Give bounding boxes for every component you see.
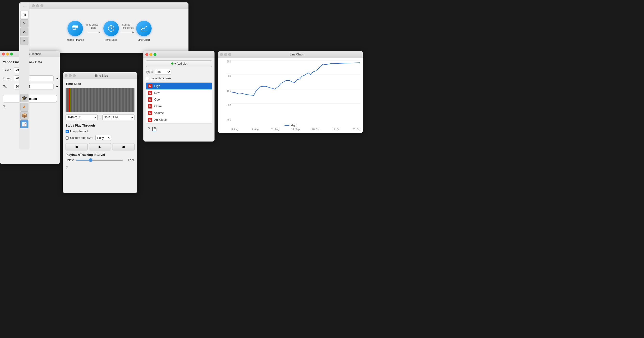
timeslice-window-title: Time Slice [67, 74, 136, 78]
lc-tl-3[interactable] [228, 53, 231, 56]
yahoo-help-icon[interactable]: ? [3, 105, 57, 109]
workflow-arrow-2: Subset → Time series ▶ [121, 23, 134, 34]
add-plot-label: + Add plot [174, 62, 188, 65]
svg-point-7 [111, 28, 112, 29]
field-item-close[interactable]: N Close [146, 103, 212, 110]
workflow-window: Yahoo Finance Time series → Data ▶ Time … [30, 2, 188, 53]
ticker-row: Ticker: AMZN [3, 67, 57, 73]
node-label-timeslice: Time Slice [105, 38, 117, 42]
sidebar-item-scatter[interactable]: ⁙ [20, 19, 28, 28]
lc-tl-1[interactable] [220, 53, 223, 56]
chart-svg [232, 60, 360, 118]
date-from-select[interactable]: 2015-07-24 [66, 114, 98, 120]
field-label-low: Low [154, 91, 160, 94]
timeslice-help-icon[interactable]: ? [66, 166, 134, 170]
yahoo-titlebar: Yahoo Finance [0, 51, 60, 58]
x-label-oct26: 26. Oct [352, 128, 360, 131]
field-label-volume: Volume [154, 112, 164, 115]
field-item-adjclose[interactable]: N Adj Close [146, 116, 212, 123]
playback-controls: ⏮ ▶ ⏭ [66, 143, 134, 150]
loop-row: Loop playback [66, 130, 134, 133]
from-calendar-icon[interactable]: ▼ [56, 76, 59, 80]
delay-slider[interactable] [76, 160, 123, 160]
date-to-select[interactable]: 2015-11-01 [102, 114, 134, 120]
plot-titlebar [144, 51, 214, 58]
x-label-sep14: 14. Sep [292, 128, 300, 131]
step-size-select[interactable]: 1 day 1 week 1 month [96, 135, 111, 141]
tl-close[interactable] [32, 4, 35, 7]
arrow-label-2: Subset → Time series [121, 23, 134, 30]
field-item-high[interactable]: N High [146, 83, 212, 90]
x-label-aug31: 31. Aug [271, 128, 279, 131]
sidebar-item-cube[interactable]: 📦 [20, 112, 28, 120]
add-icon: ✚ [171, 62, 174, 66]
linechart-title: Line Chart [232, 53, 361, 56]
node-circle-yahoo [68, 21, 83, 36]
sidebar-item-table[interactable]: ⊞ [20, 10, 28, 19]
x-label-aug3: 3. Aug [232, 128, 238, 131]
log-axis-label: Logarithmic axis [150, 77, 171, 80]
tl-min[interactable] [36, 4, 39, 7]
field-badge-volume: N [148, 111, 152, 115]
plot-tl-min[interactable] [150, 53, 152, 56]
x-label-oct12: 12. Oct [332, 128, 340, 131]
custom-step-checkbox[interactable] [66, 136, 69, 140]
sidebar-toggle[interactable]: ⋯ [23, 4, 26, 10]
sidebar-item-rules[interactable]: ❋ [20, 37, 28, 45]
x-label-aug17: 17. Aug [250, 128, 258, 131]
workflow-node-linechart[interactable]: Line Chart [136, 21, 152, 42]
linechart-titlebar: Line Chart [218, 51, 363, 58]
sidebar-item-network[interactable]: ⚙ [20, 28, 28, 36]
tl-max[interactable] [40, 4, 44, 7]
y-label-600: 600 [219, 75, 231, 78]
to-label: To: [3, 85, 12, 88]
field-label-high: High [154, 84, 160, 88]
y-label-550: 550 [219, 90, 231, 92]
chart-container: 650 600 550 500 450 3. Aug 17. Aug 31. A… [218, 58, 363, 133]
prev-button[interactable]: ⏮ [66, 143, 88, 150]
field-label-close: Close [154, 105, 162, 108]
step-play-title: Step / Play Through [66, 124, 134, 127]
field-list: N High N Low N Open N Close N Volume N A… [146, 82, 212, 124]
node-label-linechart: Line Chart [138, 38, 150, 42]
loop-label: Loop playback [70, 130, 89, 133]
sidebar-item-chart[interactable]: 📈 [20, 120, 28, 128]
ticker-label: Ticker: [3, 68, 12, 72]
node-circle-timeslice [104, 21, 119, 36]
plot-tl-max[interactable] [154, 53, 156, 56]
sidebar-item-amazon[interactable]: A [20, 103, 28, 111]
node-circle-linechart [136, 21, 152, 36]
plot-help-icon[interactable]: ? [148, 127, 150, 132]
field-item-open[interactable]: N Open [146, 96, 212, 103]
x-label-sep28: 28. Sep [312, 128, 320, 131]
y-label-650: 650 [219, 60, 231, 63]
type-select[interactable]: line bar scatter [155, 69, 171, 75]
field-badge-low: N [148, 91, 152, 95]
workflow-node-timeslice[interactable]: Time Slice [104, 21, 119, 42]
chart-legend: High [285, 124, 296, 127]
delay-value: 1 sec [125, 158, 134, 162]
play-button[interactable]: ▶ [89, 143, 111, 150]
loop-checkbox[interactable] [66, 130, 69, 133]
workflow-node-yahoo[interactable]: Yahoo Finance [66, 21, 84, 42]
download-button[interactable]: Download [3, 95, 57, 102]
playback-interval-title: Playback/Tracking interval [66, 153, 134, 156]
log-axis-row: Logarithmic axis [146, 77, 212, 80]
yahoo-content: Yahoo Finance Stock Data Ticker: AMZN Fr… [0, 58, 60, 112]
plot-content: ✚ + Add plot Type: line bar scatter Loga… [144, 58, 214, 135]
next-button[interactable]: ⏭ [112, 143, 134, 150]
yahoo-finance-window: Yahoo Finance Yahoo Finance Stock Data T… [0, 51, 60, 164]
field-item-volume[interactable]: N Volume [146, 110, 212, 116]
preview-bars [66, 88, 134, 112]
date-range-row: 2015-07-24 – 2015-11-01 [66, 114, 134, 120]
field-item-low[interactable]: N Low [146, 90, 212, 96]
plot-save-icon[interactable]: 💾 [152, 127, 157, 132]
arrow-label-1: Time series → Data [86, 23, 102, 30]
add-plot-button[interactable]: ✚ + Add plot [146, 60, 212, 67]
lc-tl-2[interactable] [224, 53, 227, 56]
log-axis-checkbox[interactable] [146, 77, 149, 80]
yahoo-window-title: Yahoo Finance [4, 52, 58, 56]
plot-tl-close[interactable] [145, 53, 148, 56]
to-calendar-icon[interactable]: ▼ [56, 84, 59, 88]
sidebar-item-education[interactable]: 🎓 [20, 94, 28, 102]
